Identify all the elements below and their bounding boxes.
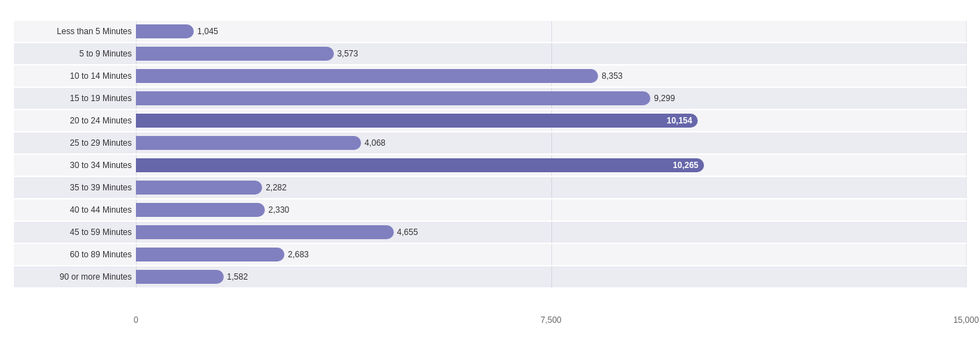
- bar-row: 35 to 39 Minutes2,282: [14, 177, 966, 198]
- bar-track: 9,299: [136, 88, 966, 109]
- grid-line: [966, 132, 967, 153]
- bar-value: 3,573: [337, 49, 358, 59]
- bar-track: 2,282: [136, 177, 966, 198]
- bar-row: Less than 5 Minutes1,045: [14, 21, 966, 42]
- grid-line: [966, 222, 967, 243]
- x-axis: 07,50015,000: [136, 315, 966, 329]
- grid-line: [551, 21, 552, 42]
- bar-label: 90 or more Minutes: [14, 272, 136, 282]
- bar-value: 4,655: [397, 227, 418, 237]
- grid-line: [551, 43, 552, 64]
- bar-fill: 10,265: [136, 158, 704, 172]
- grid-line: [966, 177, 967, 198]
- bar-fill: 1,045: [136, 24, 194, 38]
- grid-line: [551, 222, 552, 243]
- bar-track: 1,045: [136, 21, 966, 42]
- grid-line: [966, 43, 967, 64]
- bar-fill: 10,154: [136, 114, 698, 128]
- bar-fill: 4,655: [136, 225, 394, 239]
- bar-fill: 9,299: [136, 91, 650, 105]
- bar-row: 10 to 14 Minutes8,353: [14, 66, 966, 86]
- bar-row: 15 to 19 Minutes9,299: [14, 88, 966, 109]
- bar-track: 10,265: [136, 155, 966, 176]
- bar-row: 25 to 29 Minutes4,068: [14, 132, 966, 153]
- bar-row: 40 to 44 Minutes2,330: [14, 199, 966, 220]
- bar-track: 8,353: [136, 66, 966, 86]
- bar-fill: 3,573: [136, 47, 334, 61]
- bar-value: 4,068: [365, 138, 385, 148]
- bar-label: 5 to 9 Minutes: [14, 49, 136, 59]
- grid-line: [966, 110, 967, 131]
- bar-value: 2,683: [288, 250, 309, 259]
- grid-line: [966, 88, 967, 109]
- bar-fill: 1,582: [136, 270, 224, 284]
- bar-track: 4,068: [136, 132, 966, 153]
- bar-value: 10,154: [667, 116, 693, 126]
- bar-label: 20 to 24 Minutes: [14, 116, 136, 126]
- bar-track: 4,655: [136, 222, 966, 243]
- bar-track: 1,582: [136, 266, 966, 287]
- bar-value: 9,299: [654, 93, 675, 103]
- bar-fill: 2,282: [136, 181, 262, 195]
- bar-track: 10,154: [136, 110, 966, 131]
- x-axis-tick: 7,500: [540, 315, 561, 325]
- grid-line: [966, 244, 967, 265]
- bar-label: 40 to 44 Minutes: [14, 205, 136, 215]
- grid-line: [966, 155, 967, 176]
- bar-label: 10 to 14 Minutes: [14, 71, 136, 81]
- bar-label: 35 to 39 Minutes: [14, 183, 136, 192]
- bar-label: Less than 5 Minutes: [14, 26, 136, 36]
- x-axis-tick: 15,000: [954, 315, 979, 325]
- bar-fill: 8,353: [136, 69, 598, 83]
- bar-value: 8,353: [602, 71, 622, 81]
- bar-track: 2,683: [136, 244, 966, 265]
- bar-fill: 4,068: [136, 136, 361, 150]
- bar-fill: 2,683: [136, 248, 284, 261]
- bar-row: 60 to 89 Minutes2,683: [14, 244, 966, 265]
- bar-label: 60 to 89 Minutes: [14, 250, 136, 259]
- chart-container: Less than 5 Minutes1,0455 to 9 Minutes3,…: [0, 0, 980, 364]
- bar-value: 1,045: [197, 26, 218, 36]
- grid-line: [551, 244, 552, 265]
- x-axis-tick: 0: [134, 315, 139, 325]
- bar-row: 20 to 24 Minutes10,154: [14, 110, 966, 131]
- grid-line: [551, 132, 552, 153]
- grid-line: [551, 177, 552, 198]
- bar-fill: 2,330: [136, 203, 265, 217]
- bar-track: 2,330: [136, 199, 966, 220]
- bar-value: 1,582: [227, 272, 248, 282]
- bar-value: 2,330: [268, 205, 289, 215]
- grid-line: [551, 199, 552, 220]
- grid-line: [966, 66, 967, 86]
- bar-row: 30 to 34 Minutes10,265: [14, 155, 966, 176]
- bar-label: 45 to 59 Minutes: [14, 227, 136, 237]
- bars-area: Less than 5 Minutes1,0455 to 9 Minutes3,…: [14, 21, 966, 314]
- bar-label: 25 to 29 Minutes: [14, 138, 136, 148]
- grid-line: [551, 266, 552, 287]
- bar-row: 45 to 59 Minutes4,655: [14, 222, 966, 243]
- bar-label: 30 to 34 Minutes: [14, 160, 136, 170]
- bar-row: 5 to 9 Minutes3,573: [14, 43, 966, 64]
- bar-value: 10,265: [673, 160, 698, 170]
- bar-value: 2,282: [266, 183, 286, 192]
- bar-label: 15 to 19 Minutes: [14, 93, 136, 103]
- grid-line: [966, 21, 967, 42]
- grid-line: [966, 199, 967, 220]
- bar-track: 3,573: [136, 43, 966, 64]
- bar-row: 90 or more Minutes1,582: [14, 266, 966, 287]
- grid-line: [966, 266, 967, 287]
